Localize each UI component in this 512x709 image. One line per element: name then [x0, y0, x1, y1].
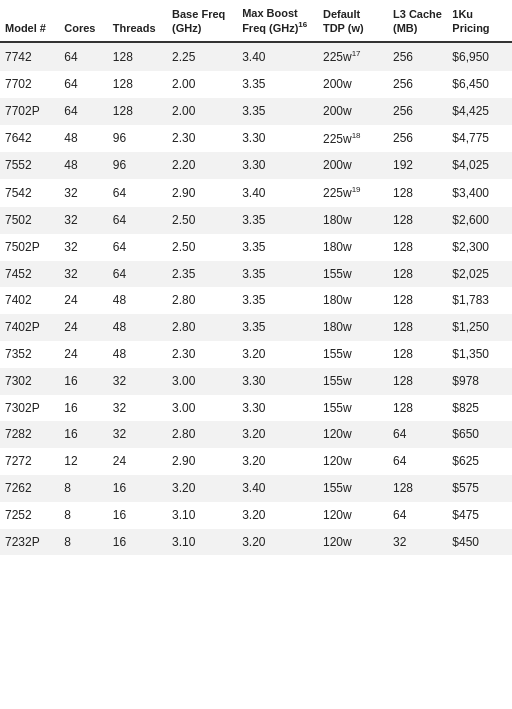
cell-cores: 48: [59, 152, 108, 179]
cell-base_freq: 2.35: [167, 261, 237, 288]
cell-cores: 16: [59, 368, 108, 395]
cell-max_boost: 3.35: [237, 207, 318, 234]
cell-tdp: 180w: [318, 207, 388, 234]
cell-max_boost: 3.35: [237, 287, 318, 314]
table-row: 754232642.903.40225w19128$3,400: [0, 179, 512, 207]
cell-price: $475: [447, 502, 512, 529]
cell-cores: 16: [59, 421, 108, 448]
cell-price: $3,400: [447, 179, 512, 207]
cell-cores: 48: [59, 125, 108, 153]
cell-l3: 32: [388, 529, 447, 556]
cell-l3: 128: [388, 314, 447, 341]
cell-threads: 32: [108, 395, 167, 422]
cell-price: $6,950: [447, 42, 512, 71]
cell-threads: 128: [108, 71, 167, 98]
cell-cores: 12: [59, 448, 108, 475]
cell-cores: 32: [59, 179, 108, 207]
cell-l3: 128: [388, 395, 447, 422]
cell-cores: 64: [59, 71, 108, 98]
cell-model: 7302P: [0, 395, 59, 422]
table-row: 728216322.803.20120w64$650: [0, 421, 512, 448]
col-header-model: Model #: [0, 0, 59, 42]
cell-max_boost: 3.30: [237, 125, 318, 153]
cell-cores: 64: [59, 98, 108, 125]
cell-l3: 64: [388, 502, 447, 529]
cell-model: 7702: [0, 71, 59, 98]
cell-max_boost: 3.20: [237, 502, 318, 529]
cell-l3: 192: [388, 152, 447, 179]
table-row: 735224482.303.20155w128$1,350: [0, 341, 512, 368]
table-row: 72528163.103.20120w64$475: [0, 502, 512, 529]
table-header-row: Model #CoresThreadsBase Freq (GHz)Max Bo…: [0, 0, 512, 42]
cell-threads: 64: [108, 261, 167, 288]
cell-l3: 64: [388, 448, 447, 475]
cell-tdp: 225w19: [318, 179, 388, 207]
cell-threads: 64: [108, 207, 167, 234]
cell-base_freq: 2.80: [167, 287, 237, 314]
cell-model: 7302: [0, 368, 59, 395]
cell-max_boost: 3.20: [237, 341, 318, 368]
cell-max_boost: 3.40: [237, 179, 318, 207]
cell-l3: 128: [388, 368, 447, 395]
cell-tdp: 155w: [318, 395, 388, 422]
cell-model: 7252: [0, 502, 59, 529]
col-header-tdp: Default TDP (w): [318, 0, 388, 42]
cell-base_freq: 3.20: [167, 475, 237, 502]
cell-price: $450: [447, 529, 512, 556]
cell-l3: 256: [388, 71, 447, 98]
cell-cores: 32: [59, 234, 108, 261]
cell-base_freq: 2.50: [167, 207, 237, 234]
cell-threads: 96: [108, 125, 167, 153]
cell-tdp: 120w: [318, 502, 388, 529]
cell-model: 7262: [0, 475, 59, 502]
cell-threads: 16: [108, 502, 167, 529]
cell-tdp: 155w: [318, 341, 388, 368]
table-row: 740224482.803.35180w128$1,783: [0, 287, 512, 314]
cell-tdp: 180w: [318, 234, 388, 261]
col-header-threads: Threads: [108, 0, 167, 42]
cell-price: $4,425: [447, 98, 512, 125]
table-row: 7502P32642.503.35180w128$2,300: [0, 234, 512, 261]
cell-model: 7642: [0, 125, 59, 153]
table-row: 755248962.203.30200w192$4,025: [0, 152, 512, 179]
cell-tdp: 155w: [318, 368, 388, 395]
cell-cores: 32: [59, 261, 108, 288]
cell-model: 7282: [0, 421, 59, 448]
cell-price: $2,600: [447, 207, 512, 234]
cell-max_boost: 3.35: [237, 314, 318, 341]
cell-model: 7232P: [0, 529, 59, 556]
cell-tdp: 155w: [318, 261, 388, 288]
cell-price: $2,300: [447, 234, 512, 261]
cell-base_freq: 2.00: [167, 98, 237, 125]
table-row: 730216323.003.30155w128$978: [0, 368, 512, 395]
cell-l3: 128: [388, 287, 447, 314]
cell-model: 7402: [0, 287, 59, 314]
cell-cores: 8: [59, 475, 108, 502]
cell-threads: 24: [108, 448, 167, 475]
cell-model: 7702P: [0, 98, 59, 125]
table-row: 72628163.203.40155w128$575: [0, 475, 512, 502]
cell-l3: 128: [388, 179, 447, 207]
cell-l3: 256: [388, 42, 447, 71]
cell-tdp: 200w: [318, 71, 388, 98]
cell-tdp: 120w: [318, 421, 388, 448]
cell-model: 7452: [0, 261, 59, 288]
cell-model: 7502: [0, 207, 59, 234]
cell-max_boost: 3.40: [237, 42, 318, 71]
cell-l3: 64: [388, 421, 447, 448]
cell-cores: 24: [59, 341, 108, 368]
table-row: 7232P8163.103.20120w32$450: [0, 529, 512, 556]
table-row: 764248962.303.30225w18256$4,775: [0, 125, 512, 153]
table-row: 7702641282.003.35200w256$6,450: [0, 71, 512, 98]
cell-l3: 256: [388, 125, 447, 153]
cell-model: 7502P: [0, 234, 59, 261]
cell-price: $825: [447, 395, 512, 422]
cell-tdp: 200w: [318, 98, 388, 125]
cell-threads: 48: [108, 341, 167, 368]
cell-tdp: 180w: [318, 314, 388, 341]
cell-base_freq: 2.50: [167, 234, 237, 261]
cell-base_freq: 2.20: [167, 152, 237, 179]
cell-threads: 96: [108, 152, 167, 179]
col-header-price: 1Ku Pricing: [447, 0, 512, 42]
cell-base_freq: 2.25: [167, 42, 237, 71]
